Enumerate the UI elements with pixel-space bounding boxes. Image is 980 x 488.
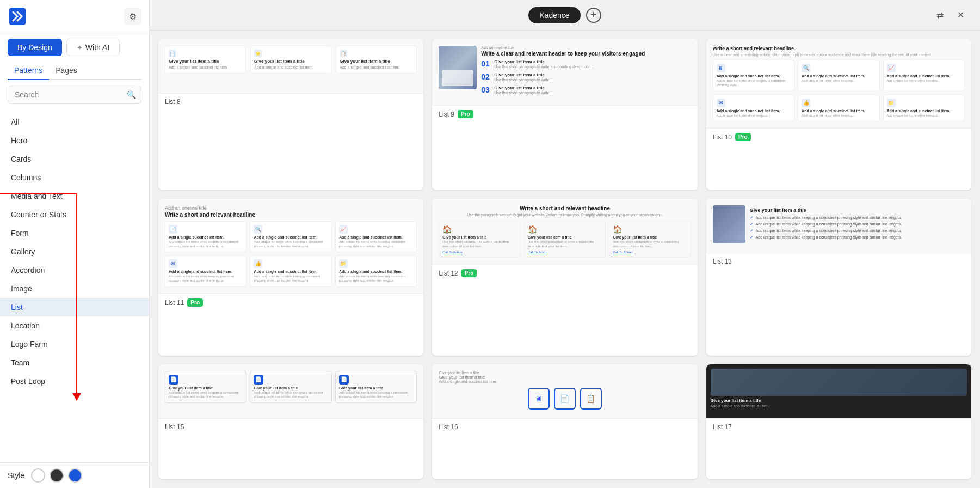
card-preview-list-11: Add an oneline title Write a short and r…	[158, 199, 423, 294]
style-bar: Style	[0, 462, 149, 488]
list-13-text: List 13	[713, 258, 732, 265]
card-preview-list-9: Add an oneline title Write a clear and r…	[432, 39, 697, 106]
list-8-text: List 8	[165, 98, 181, 106]
logo-icon	[8, 7, 27, 26]
card-preview-list-8: 📄 Give your list item a title Add a simp…	[158, 39, 423, 94]
category-item-gallery[interactable]: Gallery	[0, 242, 149, 261]
list-16-text: List 16	[439, 423, 458, 431]
swap-icon-btn[interactable]: ⇄	[931, 7, 948, 24]
pattern-card-list-8[interactable]: 📄 Give your list item a title Add a simp…	[158, 39, 423, 190]
category-item-counter[interactable]: Counter or Stats	[0, 205, 149, 224]
category-item-team[interactable]: Team	[0, 353, 149, 372]
card-preview-list-10: Write a short and relevant headline Use …	[706, 39, 971, 129]
pro-badge-list-11: Pro	[187, 298, 203, 307]
category-item-image[interactable]: Image	[0, 279, 149, 298]
card-preview-list-17: Give your list item a title Add a simple…	[706, 364, 971, 419]
tab-bar: By Design ✦ With AI	[0, 33, 149, 56]
list-9-image	[439, 46, 477, 89]
kadence-button[interactable]: Kadence	[528, 7, 580, 23]
category-item-media-text[interactable]: Media and Text	[0, 187, 149, 205]
search-input[interactable]	[8, 86, 141, 104]
card-label-list-10: List 10 Pro	[706, 129, 971, 145]
category-list: All Hero Cards Columns Media and Text Co…	[0, 109, 149, 462]
category-item-all[interactable]: All	[0, 113, 149, 131]
list-13-image	[713, 205, 745, 243]
list-11-text: List 11	[165, 299, 184, 307]
sidebar-header: ⚙	[0, 0, 149, 33]
category-item-columns[interactable]: Columns	[0, 168, 149, 187]
pattern-card-list-12[interactable]: Write a short and relevant headline Use …	[432, 199, 697, 356]
with-ai-tab[interactable]: ✦ With AI	[66, 39, 120, 56]
sidebar: ⚙ By Design ✦ With AI Patterns Pages 🔍 A…	[0, 0, 150, 488]
arrow-horizontal	[0, 193, 76, 194]
card-label-list-11: List 11 Pro	[158, 294, 423, 311]
card-label-list-8: List 8	[158, 94, 423, 110]
arrow-down	[76, 193, 77, 400]
list-15-text: List 15	[165, 423, 184, 431]
category-item-location[interactable]: Location	[0, 316, 149, 335]
list-10-text: List 10	[713, 133, 732, 141]
top-bar: Kadence + ⇄ ✕	[150, 0, 980, 30]
pattern-card-list-17[interactable]: Give your list item a title Add a simple…	[706, 364, 971, 479]
pattern-card-list-13[interactable]: Give your list item a title Add unique l…	[706, 199, 971, 356]
card-label-list-16: List 16	[432, 419, 697, 435]
pattern-card-list-9[interactable]: Add an oneline title Write a clear and r…	[432, 39, 697, 190]
card-label-list-15: List 15	[158, 419, 423, 435]
settings-icon[interactable]: ⚙	[124, 8, 141, 25]
card-preview-list-12: Write a short and relevant headline Use …	[432, 199, 697, 265]
card-preview-list-16: Give your list item a title Give your li…	[432, 364, 697, 419]
category-item-accordion[interactable]: Accordion	[0, 261, 149, 279]
category-item-hero[interactable]: Hero	[0, 131, 149, 150]
patterns-tab[interactable]: Patterns	[8, 62, 49, 80]
pattern-card-list-10[interactable]: Write a short and relevant headline Use …	[706, 39, 971, 190]
pro-badge-list-10: Pro	[735, 133, 751, 141]
sub-tabs: Patterns Pages	[8, 62, 141, 80]
category-item-cards[interactable]: Cards	[0, 150, 149, 168]
card-preview-list-13: Give your list item a title Add unique l…	[706, 199, 971, 253]
close-icon-btn[interactable]: ✕	[952, 7, 969, 24]
style-dot-dark[interactable]	[50, 468, 64, 483]
pattern-card-list-15[interactable]: 📄 Give your list item a title Add unique…	[158, 364, 423, 479]
category-item-list[interactable]: List	[0, 298, 149, 316]
pattern-card-list-16[interactable]: Give your list item a title Give your li…	[432, 364, 697, 479]
card-preview-list-15: 📄 Give your list item a title Add unique…	[158, 364, 423, 419]
pro-badge-list-12: Pro	[461, 269, 477, 277]
ai-tab-label: With AI	[85, 43, 109, 52]
card-label-list-9: List 9 Pro	[432, 106, 697, 123]
pro-badge-list-9: Pro	[458, 110, 473, 118]
search-box: 🔍	[8, 86, 141, 104]
main-content: Kadence + ⇄ ✕ 📄 Give your list item a ti…	[150, 0, 980, 488]
ai-star-icon: ✦	[77, 44, 83, 52]
style-dot-white[interactable]	[31, 468, 45, 483]
list-17-text: List 17	[713, 423, 732, 431]
style-dot-blue[interactable]	[68, 468, 82, 483]
card-label-list-13: List 13	[706, 253, 971, 270]
search-icon: 🔍	[127, 90, 136, 99]
pattern-card-list-11[interactable]: Add an oneline title Write a short and r…	[158, 199, 423, 356]
style-label: Style	[8, 471, 24, 480]
category-item-logo-farm[interactable]: Logo Farm	[0, 335, 149, 353]
pages-tab[interactable]: Pages	[49, 62, 84, 80]
category-item-post-loop[interactable]: Post Loop	[0, 372, 149, 391]
content-grid: 📄 Give your list item a title Add a simp…	[150, 30, 980, 488]
category-item-form[interactable]: Form	[0, 224, 149, 242]
card-label-list-12: List 12 Pro	[432, 265, 697, 282]
add-button[interactable]: +	[586, 8, 601, 23]
card-label-list-17: List 17	[706, 419, 971, 435]
list-9-text: List 9	[439, 111, 454, 118]
list-12-text: List 12	[439, 270, 458, 277]
by-design-tab[interactable]: By Design	[8, 39, 62, 56]
